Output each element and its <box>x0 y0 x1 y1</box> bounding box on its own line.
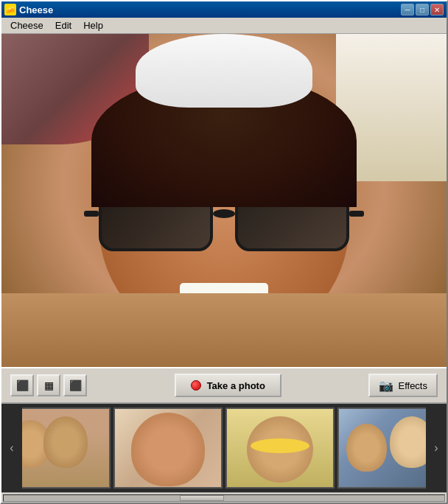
controls-bar: ⬛ ▦ ⬛ Take a photo 📷 Effects <box>1 367 447 404</box>
strip-prev-button[interactable]: ‹ <box>4 404 19 492</box>
title-bar: 🧀 Cheese ─ □ ✕ <box>1 1 447 18</box>
scrollbar-track[interactable] <box>3 494 445 502</box>
close-button[interactable]: ✕ <box>430 4 444 15</box>
record-dot <box>191 380 201 391</box>
hat <box>136 34 312 108</box>
glasses-bridge <box>213 209 235 218</box>
scrollbar-area <box>1 492 447 503</box>
effects-button[interactable]: 📷 Effects <box>368 374 438 397</box>
take-photo-label: Take a photo <box>207 380 265 391</box>
menu-edit[interactable]: Edit <box>49 18 77 32</box>
main-view: ⬛ ▦ ⬛ Take a photo 📷 Effects ‹ <box>1 34 447 503</box>
thumb-4-face-1 <box>390 416 426 468</box>
thumbnail-1[interactable] <box>22 407 111 489</box>
scrollbar-thumb[interactable] <box>180 495 224 501</box>
controls-left: ⬛ ▦ ⬛ <box>10 374 87 396</box>
camera-mode-button[interactable]: ⬛ <box>10 374 34 396</box>
thumbnail-2[interactable] <box>113 407 223 489</box>
maximize-button[interactable]: □ <box>416 4 429 15</box>
video-mode-icon: ⬛ <box>69 379 82 391</box>
main-window: 🧀 Cheese ─ □ ✕ Cheese Edit Help <box>0 0 448 504</box>
title-bar-left: 🧀 Cheese <box>4 4 53 15</box>
take-photo-button[interactable]: Take a photo <box>175 374 281 397</box>
photo-thumbnails <box>22 407 426 489</box>
menu-cheese[interactable]: Cheese <box>4 18 49 32</box>
menu-help[interactable]: Help <box>77 18 109 32</box>
thumb-1-face-right <box>43 416 88 468</box>
camera-mode-icon: ⬛ <box>16 379 29 391</box>
photo-body <box>1 293 447 367</box>
thumbnail-4[interactable] <box>337 407 426 489</box>
camera-view <box>1 34 447 367</box>
camera-feed <box>1 34 447 367</box>
app-icon: 🧀 <box>4 4 16 15</box>
effects-icon: 📷 <box>379 379 393 393</box>
window-title: Cheese <box>19 4 53 15</box>
burst-mode-button[interactable]: ▦ <box>37 374 60 396</box>
thumb-3-sunglasses <box>251 438 309 453</box>
minimize-button[interactable]: ─ <box>401 4 414 15</box>
photos-strip: ‹ <box>1 404 447 492</box>
window-controls: ─ □ ✕ <box>401 4 444 15</box>
thumbnail-3[interactable] <box>225 407 335 489</box>
glasses-right-arm <box>349 211 364 217</box>
strip-next-button[interactable]: › <box>429 404 444 492</box>
thumb-2-face <box>131 413 205 486</box>
burst-mode-icon: ▦ <box>44 379 54 391</box>
video-mode-button[interactable]: ⬛ <box>63 374 87 396</box>
effects-label: Effects <box>398 380 427 391</box>
menu-bar: Cheese Edit Help <box>1 18 447 34</box>
thumb-4-face-2 <box>346 424 387 472</box>
glasses-left-arm <box>84 211 99 217</box>
